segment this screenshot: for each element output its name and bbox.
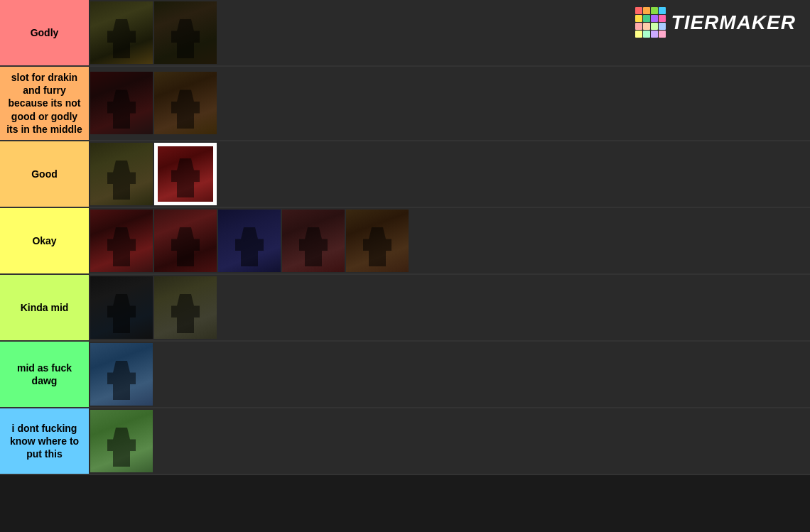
list-item[interactable] bbox=[154, 210, 217, 272]
list-item[interactable] bbox=[90, 72, 153, 134]
list-item[interactable] bbox=[218, 210, 281, 272]
list-item[interactable] bbox=[154, 1, 217, 64]
tier-items-good bbox=[89, 141, 810, 207]
tier-items-slot bbox=[89, 67, 810, 140]
tier-label-good: Good bbox=[0, 141, 89, 207]
list-item[interactable] bbox=[90, 210, 153, 272]
logo-cell bbox=[635, 23, 642, 30]
tier-row-kindamid: Kinda mid bbox=[0, 275, 810, 342]
list-item[interactable] bbox=[90, 276, 153, 339]
logo-cell bbox=[635, 31, 642, 38]
list-item[interactable] bbox=[282, 210, 345, 272]
logo-cell bbox=[643, 15, 650, 22]
tier-row-idk: i dont fucking know where to put this bbox=[0, 408, 810, 475]
logo-cell bbox=[659, 31, 666, 38]
tier-label-godly: Godly bbox=[0, 0, 89, 65]
list-item[interactable] bbox=[154, 72, 217, 134]
tier-list-rows: Godly slot for drakin and furry because … bbox=[0, 0, 810, 475]
logo-cell bbox=[659, 15, 666, 22]
logo-cell bbox=[643, 7, 650, 14]
list-item[interactable] bbox=[90, 410, 153, 472]
tier-list: Godly slot for drakin and furry because … bbox=[0, 0, 810, 475]
tier-row-midf: mid as fuck dawg bbox=[0, 342, 810, 408]
logo-cell bbox=[651, 15, 658, 22]
logo-cell bbox=[643, 23, 650, 30]
tier-label-okay: Okay bbox=[0, 208, 89, 273]
logo-cell bbox=[635, 15, 642, 22]
list-item[interactable] bbox=[154, 276, 217, 339]
tier-label-midf: mid as fuck dawg bbox=[0, 342, 89, 407]
page-container: TiERMAKER Godly slot for drakin and furr… bbox=[0, 0, 810, 532]
list-item[interactable] bbox=[154, 143, 217, 205]
logo-cell bbox=[635, 7, 642, 14]
tier-items-midf bbox=[89, 342, 810, 407]
tier-items-idk bbox=[89, 408, 810, 474]
tier-row-okay: Okay bbox=[0, 208, 810, 275]
tiermaker-logo: TiERMAKER bbox=[635, 7, 796, 38]
tier-label-kindamid: Kinda mid bbox=[0, 275, 89, 340]
tiermaker-brand-text: TiERMAKER bbox=[671, 11, 796, 34]
tier-row-good: Good bbox=[0, 141, 810, 208]
logo-cell bbox=[659, 23, 666, 30]
logo-cell bbox=[651, 7, 658, 14]
logo-cell bbox=[651, 31, 658, 38]
logo-cell bbox=[651, 23, 658, 30]
list-item[interactable] bbox=[90, 143, 153, 205]
list-item[interactable] bbox=[90, 343, 153, 406]
tier-items-okay bbox=[89, 208, 810, 273]
tier-label-slot: slot for drakin and furry because its no… bbox=[0, 67, 89, 140]
list-item[interactable] bbox=[90, 1, 153, 64]
tier-items-kindamid bbox=[89, 275, 810, 340]
tier-row-slot: slot for drakin and furry because its no… bbox=[0, 67, 810, 141]
logo-grid-icon bbox=[635, 7, 666, 38]
logo-cell bbox=[643, 31, 650, 38]
tier-label-idk: i dont fucking know where to put this bbox=[0, 408, 89, 474]
list-item[interactable] bbox=[346, 210, 409, 272]
logo-cell bbox=[659, 7, 666, 14]
header: TiERMAKER bbox=[635, 7, 796, 38]
